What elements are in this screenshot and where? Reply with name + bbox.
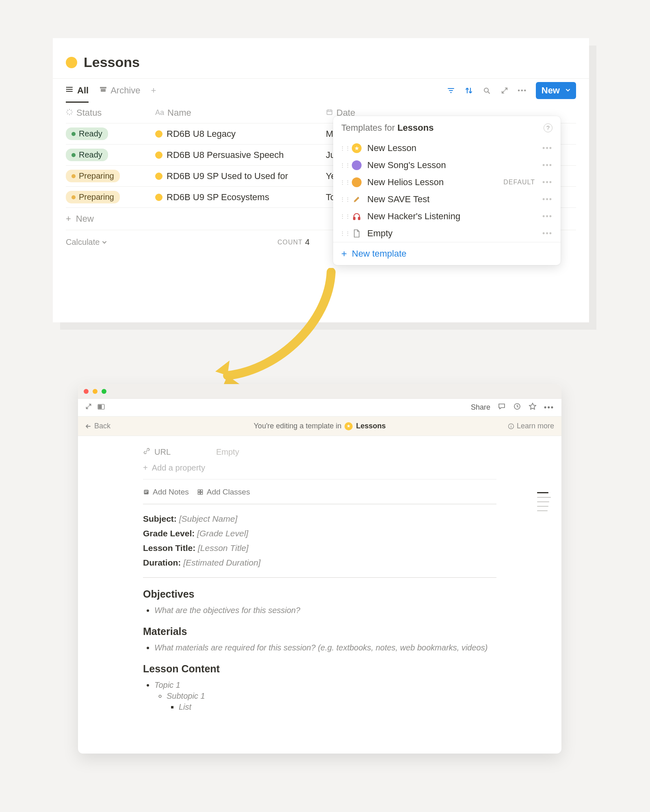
star-icon[interactable] xyxy=(529,402,537,412)
default-badge: DEFAULT xyxy=(503,179,535,186)
editor-body: URL Empty + Add a property Add Notes Add… xyxy=(78,436,561,754)
template-label: New Helios Lesson xyxy=(367,177,498,188)
toolbar-right: ••• New xyxy=(446,82,576,99)
property-row-url[interactable]: URL Empty xyxy=(143,445,496,459)
expand-icon[interactable] xyxy=(500,86,509,95)
section-objectives[interactable]: Objectives xyxy=(143,588,496,600)
more-icon[interactable]: ••• xyxy=(541,144,554,153)
template-item[interactable]: ⋮⋮New Lesson••• xyxy=(333,140,561,157)
window-minimize-button[interactable] xyxy=(93,389,98,394)
status-badge: Preparing xyxy=(66,170,120,182)
template-label: New Lesson xyxy=(367,143,535,153)
link-icon xyxy=(143,447,150,457)
svg-rect-6 xyxy=(327,110,332,114)
headphones-icon xyxy=(352,212,362,221)
template-item[interactable]: ⋮⋮Empty••• xyxy=(333,225,561,242)
page-icon xyxy=(155,130,162,138)
window-zoom-button[interactable] xyxy=(102,389,106,394)
svg-rect-10 xyxy=(99,405,102,409)
template-item[interactable]: ⋮⋮New Helios LessonDEFAULT••• xyxy=(333,174,561,191)
more-icon[interactable]: ••• xyxy=(541,195,554,204)
svg-rect-18 xyxy=(198,492,200,495)
add-notes-button[interactable]: Add Notes xyxy=(143,488,189,497)
row-name: RD6B U9 SP Used to Used for xyxy=(167,171,288,181)
more-icon[interactable]: ••• xyxy=(541,178,554,187)
filter-icon[interactable] xyxy=(446,86,455,95)
svg-rect-4 xyxy=(101,89,106,92)
drag-handle-icon[interactable]: ⋮⋮ xyxy=(340,196,346,203)
status-col-icon xyxy=(66,108,73,118)
meta-block[interactable]: Subject: [Subject Name] Grade Level: [Gr… xyxy=(143,504,496,578)
popover-header: Templates for Lessons ? xyxy=(333,116,561,140)
more-icon[interactable]: ••• xyxy=(544,403,554,412)
share-button[interactable]: Share xyxy=(471,403,490,412)
page-icon xyxy=(155,173,162,180)
page-icon xyxy=(352,229,362,238)
lesson-icon xyxy=(352,160,362,170)
more-icon[interactable]: ••• xyxy=(541,161,554,170)
drag-handle-icon[interactable]: ⋮⋮ xyxy=(340,213,346,220)
more-icon[interactable]: ••• xyxy=(541,229,554,238)
drag-handle-icon[interactable]: ⋮⋮ xyxy=(340,179,346,186)
count-cell: COUNT 4 xyxy=(155,238,326,247)
add-property-button[interactable]: + Add a property xyxy=(143,459,496,479)
plus-icon: + xyxy=(341,248,347,259)
date-col-icon xyxy=(326,108,333,118)
view-tab-all[interactable]: All xyxy=(66,80,89,103)
template-label: Empty xyxy=(367,228,535,239)
comments-icon[interactable] xyxy=(498,402,506,412)
chevron-down-icon[interactable] xyxy=(566,87,570,94)
view-tab-archive[interactable]: Archive xyxy=(99,80,140,102)
section-lesson-content[interactable]: Lesson Content xyxy=(143,663,496,675)
row-name: RD6B U8 Legacy xyxy=(167,129,236,139)
minimap[interactable] xyxy=(537,492,551,511)
template-editor-window: Share ••• Back You're editing a template… xyxy=(78,384,561,754)
new-button-label: New xyxy=(542,85,560,96)
sort-icon[interactable] xyxy=(464,86,473,95)
page-icon xyxy=(344,422,353,430)
peek-icon[interactable] xyxy=(98,403,105,412)
back-button[interactable]: Back xyxy=(85,422,254,430)
learn-more-link[interactable]: Learn more xyxy=(508,422,554,430)
plus-icon: + xyxy=(66,214,71,224)
archive-icon xyxy=(99,85,107,96)
view-tab-label: All xyxy=(77,85,89,96)
calculate-button[interactable]: Calculate xyxy=(66,238,155,247)
template-item[interactable]: ⋮⋮New Hacker's Listening••• xyxy=(333,208,561,225)
svg-point-1 xyxy=(66,89,67,90)
drag-handle-icon[interactable]: ⋮⋮ xyxy=(340,230,346,237)
template-item[interactable]: ⋮⋮New Song's Lesson••• xyxy=(333,157,561,174)
svg-rect-14 xyxy=(145,491,148,492)
expand-icon[interactable] xyxy=(85,403,92,412)
status-badge: Ready xyxy=(66,149,108,161)
window-close-button[interactable] xyxy=(84,389,89,394)
new-button[interactable]: New xyxy=(536,82,576,99)
banner-message: You're editing a template in Lessons xyxy=(254,422,386,430)
name-col-icon: Aa xyxy=(155,108,164,117)
editor-topbar: Share ••• xyxy=(78,399,561,417)
row-name: RD6B U8 Persuasive Speech xyxy=(167,150,284,160)
new-template-button[interactable]: + New template xyxy=(333,242,561,265)
drag-handle-icon[interactable]: ⋮⋮ xyxy=(340,162,346,168)
svg-point-2 xyxy=(66,91,67,92)
template-label: New Song's Lesson xyxy=(367,160,535,171)
svg-rect-8 xyxy=(358,217,360,220)
template-item[interactable]: ⋮⋮New SAVE Test••• xyxy=(333,191,561,208)
clock-icon[interactable] xyxy=(513,402,521,412)
chevron-down-icon xyxy=(102,238,107,247)
search-icon[interactable] xyxy=(482,86,491,95)
svg-rect-19 xyxy=(201,492,203,495)
col-status[interactable]: Status xyxy=(66,108,155,118)
lesson-icon xyxy=(352,177,362,187)
status-badge: Preparing xyxy=(66,191,120,203)
help-icon[interactable]: ? xyxy=(544,123,552,132)
add-classes-button[interactable]: Add Classes xyxy=(197,488,250,497)
list-icon xyxy=(66,85,74,96)
page-icon xyxy=(155,151,162,159)
drag-handle-icon[interactable]: ⋮⋮ xyxy=(340,145,346,151)
more-icon[interactable]: ••• xyxy=(541,212,554,221)
more-icon[interactable]: ••• xyxy=(518,86,527,95)
section-materials[interactable]: Materials xyxy=(143,626,496,637)
col-name[interactable]: Aa Name xyxy=(155,108,326,118)
add-view-button[interactable]: + xyxy=(151,85,156,96)
